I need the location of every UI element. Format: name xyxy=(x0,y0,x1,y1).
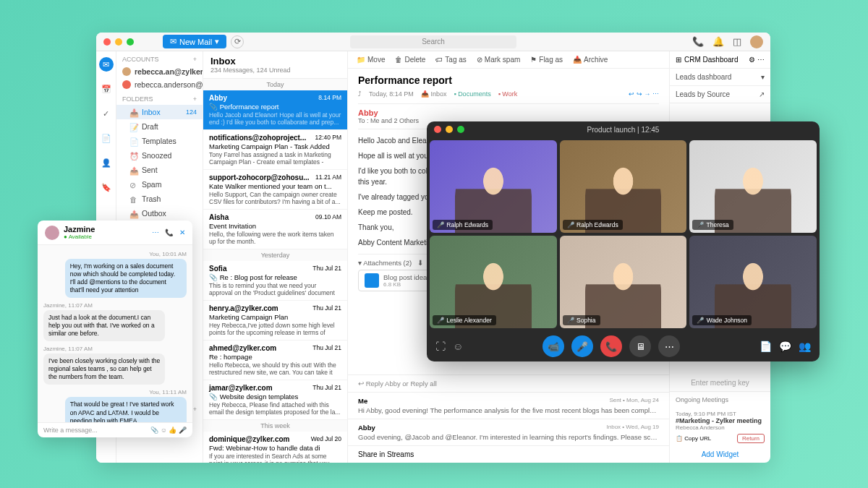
add-saved-icon[interactable]: + xyxy=(193,406,197,413)
chat-avatar xyxy=(45,226,59,240)
tag-button[interactable]: 🏷 Tag as xyxy=(435,56,466,64)
sender-name: Abby xyxy=(358,108,659,117)
folder-draft[interactable]: 📝Draft xyxy=(116,119,203,134)
rail-mail-icon[interactable]: ✉ xyxy=(99,57,114,72)
add-account-icon[interactable]: + xyxy=(193,56,197,63)
screenshare-button[interactable]: 🖥 xyxy=(629,335,651,357)
bell-icon[interactable]: 🔔 xyxy=(712,36,724,47)
notes-icon[interactable]: 📄 xyxy=(760,341,772,352)
phone-icon[interactable]: 📞 xyxy=(692,36,704,47)
delete-button[interactable]: 🗑 Delete xyxy=(395,56,425,64)
list-subtitle: 234 Messages, 124 Unread xyxy=(210,67,340,74)
chat-call-icon[interactable]: 📞 xyxy=(165,228,174,236)
chat-bubble: Just had a look at the document.I can he… xyxy=(43,310,165,341)
return-button[interactable]: Return xyxy=(737,434,765,443)
reply-hint[interactable]: ↩ Reply Abby or Reply all xyxy=(348,374,669,392)
message-item[interactable]: notifications@zohoproject...12:40 PMMark… xyxy=(203,130,347,170)
folders-header: FOLDERS xyxy=(122,95,153,103)
move-button[interactable]: 📁 Move xyxy=(357,56,385,64)
message-item[interactable]: SofiaThu Jul 21📎 Re : Blog post for rele… xyxy=(203,261,347,301)
camera-button[interactable]: 📹 xyxy=(542,335,564,357)
chat-bubble: I've been closely working closely with t… xyxy=(43,354,165,385)
ongoing-header: Ongoing Meetings xyxy=(670,392,770,408)
window-controls[interactable] xyxy=(103,38,134,46)
accounts-header: ACCOUNTS xyxy=(122,56,159,63)
video-tile[interactable]: 🎤 Leslie Alexander xyxy=(430,236,557,328)
folder-trash[interactable]: 🗑Trash xyxy=(116,192,203,206)
rail-calendar-icon[interactable]: 📅 xyxy=(99,82,114,96)
chat-input[interactable]: Write a message... 📎 ☺ 👍 🎤 xyxy=(38,422,192,437)
chat-more-icon[interactable]: ⋯ xyxy=(152,228,159,236)
folder-snoozed[interactable]: ⏰Snoozed xyxy=(116,148,203,163)
message-item[interactable]: support-zohocorp@zohosu...11.21 AMKate W… xyxy=(203,170,347,210)
call-title: Product launch | 12:45 xyxy=(587,126,660,134)
video-tile[interactable]: 🎤 Theresa xyxy=(689,140,817,233)
emoji-icon[interactable]: ☺ xyxy=(453,341,463,352)
vc-window-controls[interactable] xyxy=(434,126,464,133)
flag-button[interactable]: ⚑ Flag as xyxy=(530,56,563,64)
refresh-icon[interactable]: ⟳ xyxy=(231,35,244,48)
message-item[interactable]: henry.a@zylker.comThu Jul 21Marketing Ca… xyxy=(203,301,347,341)
leads-dashboard-row[interactable]: Leads dashboard▾ xyxy=(670,69,770,86)
account-row[interactable]: rebecca.anderson@z... xyxy=(116,78,203,91)
file-icon xyxy=(365,273,379,288)
folder-inbox[interactable]: 📥Inbox124 xyxy=(116,105,203,119)
chat-close-icon[interactable]: ✕ xyxy=(179,228,185,236)
hangup-button[interactable]: 📞 xyxy=(600,335,622,357)
chat-contact-name: Jazmine xyxy=(64,225,95,234)
thread-item[interactable]: MeSent • Mon, Aug 24Hi Abby, good evenin… xyxy=(348,392,669,419)
message-item[interactable]: Aisha09.10 AMEvent InvitationHello, the … xyxy=(203,210,347,249)
message-item[interactable]: dominique@zylker.comWed Jul 20Fwd: Webin… xyxy=(203,432,347,463)
folder-sent[interactable]: 📤Sent xyxy=(116,163,203,177)
folder-templates[interactable]: 📄Templates xyxy=(116,134,203,148)
video-tile[interactable]: 🎤 Sophia xyxy=(560,236,687,328)
thread-item[interactable]: AbbyInbox • Wed, Aug 19Good evening, @Ja… xyxy=(348,419,669,445)
mail-toolbar: 📁 Move 🗑 Delete 🏷 Tag as ⊘ Mark spam ⚑ F… xyxy=(348,51,669,69)
archive-button[interactable]: 📥 Archive xyxy=(573,56,608,64)
account-row[interactable]: rebecca.an@zylker.com xyxy=(116,65,203,78)
participants-icon[interactable]: 👥 xyxy=(799,341,811,352)
video-tile[interactable]: 🎤 Wade Johnson xyxy=(689,236,817,328)
meeting-key-input[interactable]: Enter meeting key xyxy=(670,374,770,392)
list-title: Inbox xyxy=(210,56,340,67)
mic-button[interactable]: 🎤 xyxy=(571,335,593,357)
message-item[interactable]: ahmed@zylker.comThu Jul 21Re : hompageHe… xyxy=(203,341,347,380)
chat-bubble: Hey, I'm working on a sales document now… xyxy=(65,259,187,298)
leads-source-row[interactable]: Leads by Source↗ xyxy=(670,86,770,103)
rail-bookmark-icon[interactable]: 🔖 xyxy=(99,180,114,194)
video-tile[interactable]: 🎤 Ralph Edwards xyxy=(430,140,557,233)
new-mail-button[interactable]: ✉ New Mail ▾ xyxy=(163,35,226,48)
message-item[interactable]: jamar@zylker.comThu Jul 21📎 Website desi… xyxy=(203,380,347,420)
mail-subject: Performance report xyxy=(358,74,659,86)
chat-icon[interactable]: 💬 xyxy=(779,341,791,352)
chat-window: Jazmine ● Available ⋯ 📞 ✕ You, 10:01 AMH… xyxy=(38,221,192,437)
rail-tasks-icon[interactable]: ✓ xyxy=(99,106,114,121)
crm-header: CRM Dashboard xyxy=(684,56,738,64)
video-call-window: Product launch | 12:45 🎤 Ralph Edwards🎤 … xyxy=(427,121,820,361)
profile-avatar[interactable] xyxy=(750,35,763,48)
attachments-label[interactable]: Attachments (2) xyxy=(363,259,412,267)
spam-button[interactable]: ⊘ Mark spam xyxy=(477,56,520,64)
more-button[interactable]: ⋯ xyxy=(658,335,680,357)
mail-meta: ⤴Today, 8:14 PM📥 Inbox ▪ Documents ▪ Wor… xyxy=(358,90,659,98)
folder-spam[interactable]: ⊘Spam xyxy=(116,177,203,192)
rail-contacts-icon[interactable]: 👤 xyxy=(99,155,114,170)
chat-status: Available xyxy=(69,234,92,240)
share-streams[interactable]: Share in Streams xyxy=(348,445,669,463)
titlebar: ✉ New Mail ▾ ⟳ Search 📞 🔔 ◫ xyxy=(96,33,770,51)
rail-notes-icon[interactable]: 📄 xyxy=(99,131,114,145)
add-folder-icon[interactable]: + xyxy=(193,95,197,103)
add-widget-button[interactable]: Add Widget xyxy=(670,446,770,463)
meeting-card[interactable]: Today, 9:10 PM PM IST #Marketing - Zylke… xyxy=(670,408,770,446)
video-tile[interactable]: 🎤 Ralph Edwards xyxy=(560,140,687,233)
message-list: Inbox 234 Messages, 124 Unread TodayAbby… xyxy=(203,51,348,463)
folder-outbox[interactable]: 📤Outbox xyxy=(116,206,203,221)
panel-icon[interactable]: ◫ xyxy=(733,36,741,47)
search-input[interactable]: Search xyxy=(350,35,516,48)
fullscreen-icon[interactable]: ⛶ xyxy=(435,341,446,352)
message-item[interactable]: Abby8.14 PM📎 Performance reportHello Jac… xyxy=(203,90,347,130)
chat-bubble: That would be great ! I've started work … xyxy=(65,397,187,422)
